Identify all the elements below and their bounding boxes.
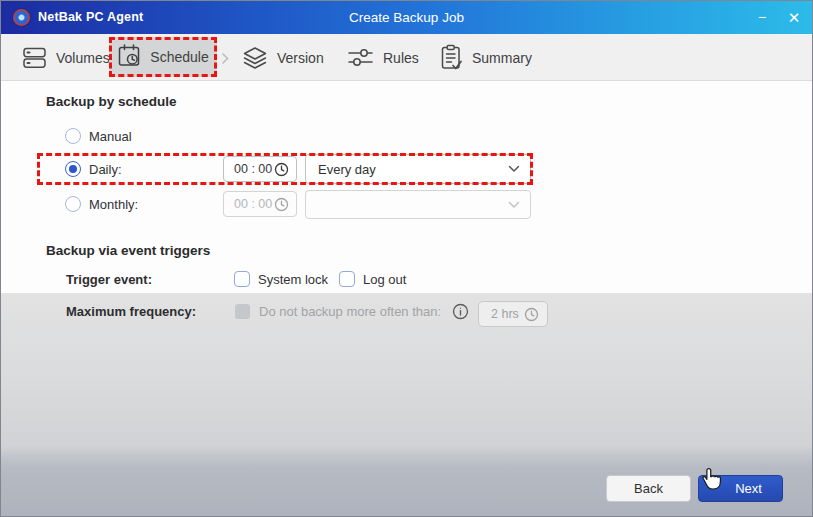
rules-icon [347, 47, 374, 68]
daily-repeat-value: Every day [318, 162, 376, 177]
tab-rules-label: Rules [383, 50, 419, 66]
summary-icon [439, 44, 463, 71]
info-icon[interactable] [452, 303, 469, 324]
manual-radio-label[interactable]: Manual [89, 129, 132, 144]
clock-icon [274, 162, 289, 177]
chevron-down-icon [508, 165, 520, 173]
trigger-event-label: Trigger event: [66, 272, 152, 287]
manual-radio[interactable] [65, 128, 81, 144]
schedule-panel: Backup by schedule Manual Daily: 00 : 00… [1, 81, 812, 293]
tab-volumes-label: Volumes [56, 50, 110, 66]
logout-checkbox[interactable] [339, 271, 355, 287]
tab-volumes[interactable]: Volumes [22, 34, 110, 81]
close-button[interactable]: ✕ [778, 1, 810, 34]
tab-version[interactable]: Version [242, 34, 324, 81]
monthly-repeat-dropdown [305, 190, 531, 219]
tab-summary[interactable]: Summary [439, 34, 532, 81]
breadcrumb-chevron-icon [221, 51, 229, 69]
logout-label[interactable]: Log out [363, 272, 406, 287]
schedule-icon [117, 43, 141, 72]
system-lock-label[interactable]: System lock [258, 272, 328, 287]
back-button[interactable]: Back [606, 475, 691, 502]
chevron-down-icon [508, 201, 520, 209]
version-icon [242, 46, 268, 70]
max-frequency-value-input: 2 hrs [478, 301, 548, 327]
monthly-radio[interactable] [65, 196, 81, 212]
monthly-time-input: 00 : 00 [223, 191, 297, 217]
max-frequency-option-label: Do not backup more often than: [259, 304, 441, 319]
max-frequency-label: Maximum frequency: [66, 304, 196, 319]
tab-summary-label: Summary [472, 50, 532, 66]
daily-time-input[interactable]: 00 : 00 [223, 156, 297, 182]
daily-radio[interactable] [65, 161, 81, 177]
section-heading-event-triggers: Backup via event triggers [46, 243, 210, 258]
next-button-label: Next [735, 481, 762, 496]
system-lock-checkbox[interactable] [234, 271, 250, 287]
monthly-time-value: 00 : 00 [234, 197, 272, 211]
tab-rules[interactable]: Rules [347, 34, 419, 81]
hand-cursor-icon [700, 466, 723, 498]
back-button-label: Back [634, 481, 663, 496]
minimize-button[interactable]: − [746, 1, 778, 34]
title-bar: NetBak PC Agent Create Backup Job − ✕ [1, 1, 812, 34]
tab-schedule-label: Schedule [150, 49, 208, 65]
tab-version-label: Version [277, 50, 324, 66]
daily-repeat-dropdown[interactable]: Every day [305, 154, 531, 184]
monthly-radio-label[interactable]: Monthly: [89, 197, 138, 212]
volumes-icon [22, 46, 47, 70]
daily-radio-label[interactable]: Daily: [89, 162, 122, 177]
tab-schedule[interactable]: Schedule [109, 37, 217, 77]
wizard-tab-bar: Volumes Schedule [1, 34, 812, 81]
max-frequency-checkbox [235, 304, 250, 319]
window-title: Create Backup Job [1, 1, 812, 34]
clock-icon [524, 307, 539, 322]
section-heading-backup-by-schedule: Backup by schedule [46, 94, 177, 109]
daily-time-value: 00 : 00 [234, 162, 272, 176]
max-frequency-value: 2 hrs [491, 307, 519, 321]
netbak-window: NetBak PC Agent Create Backup Job − ✕ Vo… [0, 0, 813, 517]
clock-icon [274, 197, 289, 212]
